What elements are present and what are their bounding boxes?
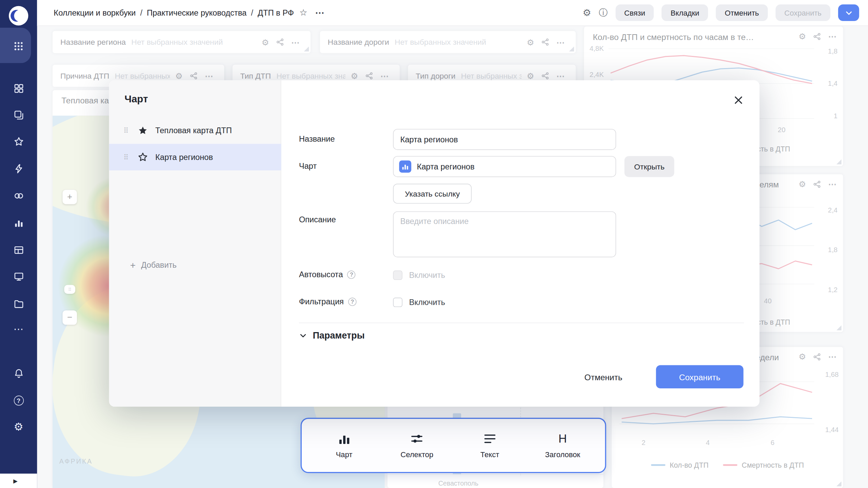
more-icon[interactable]: ⋯ bbox=[828, 180, 836, 188]
toolbar-item-label: Заголовок bbox=[545, 450, 580, 459]
map-layers-button[interactable]: ⠿ bbox=[64, 285, 75, 294]
breadcrumb-collections[interactable]: Коллекции и воркбуки bbox=[54, 8, 136, 17]
x-axis-tick: 20 bbox=[778, 126, 786, 134]
more-icon[interactable]: ⋯ bbox=[556, 72, 565, 80]
star-outline-icon bbox=[138, 152, 147, 162]
toolbar-item-selector[interactable]: Селектор bbox=[387, 432, 448, 459]
filter-value[interactable]: Нет выбранных значений bbox=[115, 72, 170, 80]
gear-icon[interactable]: ⚙ bbox=[527, 72, 534, 80]
help-icon[interactable]: ? bbox=[348, 298, 356, 306]
settings-gear-icon[interactable]: ⚙ bbox=[0, 422, 37, 432]
toolbar-item-heading[interactable]: H Заголовок bbox=[532, 432, 593, 459]
more-icon[interactable]: ⋯ bbox=[291, 38, 299, 46]
gear-icon[interactable]: ⚙ bbox=[527, 38, 534, 46]
x-axis-tick: 4 bbox=[706, 439, 710, 447]
label-text: Фильтрация bbox=[299, 297, 344, 306]
links-icon[interactable] bbox=[190, 72, 198, 80]
bell-icon[interactable] bbox=[0, 368, 37, 378]
gear-icon[interactable]: ⚙ bbox=[798, 352, 806, 361]
links-icon[interactable] bbox=[541, 72, 549, 80]
toolbar-item-chart[interactable]: Чарт bbox=[314, 432, 375, 459]
drag-handle-icon[interactable]: ⠿ bbox=[123, 154, 129, 161]
more-icon[interactable]: ⋯ bbox=[380, 72, 389, 80]
more-icon[interactable]: ⋯ bbox=[828, 32, 836, 40]
links-icon[interactable] bbox=[276, 38, 284, 46]
close-icon[interactable] bbox=[733, 95, 744, 106]
toolbar-item-text[interactable]: Текст bbox=[459, 432, 520, 459]
plus-icon: + bbox=[130, 260, 136, 270]
relations-button[interactable]: Связи bbox=[615, 4, 654, 21]
chart-select-field[interactable]: Карта регионов bbox=[393, 156, 616, 177]
breadcrumb-more-icon[interactable]: ⋯ bbox=[315, 8, 324, 18]
open-chart-button[interactable]: Открыть bbox=[625, 156, 674, 177]
files-folder-icon[interactable] bbox=[0, 299, 37, 309]
chevron-down-icon bbox=[845, 8, 853, 17]
datalens-logo[interactable] bbox=[8, 5, 28, 26]
filtering-checkbox[interactable] bbox=[393, 298, 402, 307]
dashboard-grid-icon[interactable] bbox=[0, 84, 37, 94]
parameters-section-toggle[interactable]: Параметры bbox=[299, 330, 365, 341]
name-input[interactable] bbox=[393, 129, 616, 150]
tabs-button[interactable]: Вкладки bbox=[662, 4, 708, 21]
connections-rings-icon[interactable] bbox=[0, 191, 37, 201]
drag-handle-icon[interactable]: ⠿ bbox=[123, 127, 129, 134]
question-icon[interactable]: ? bbox=[0, 395, 37, 405]
favorite-star-icon[interactable]: ☆ bbox=[299, 8, 307, 17]
set-link-button[interactable]: Указать ссылку bbox=[393, 184, 472, 204]
map-zoom-in-button[interactable]: + bbox=[62, 190, 77, 204]
question-glyph: ? bbox=[14, 395, 23, 405]
gear-icon[interactable]: ⚙ bbox=[175, 72, 183, 80]
gear-icon[interactable]: ⚙ bbox=[351, 72, 358, 80]
legend-item[interactable]: Смертность в ДТП bbox=[723, 461, 804, 469]
more-icon[interactable]: ⋯ bbox=[205, 72, 213, 80]
sliders-icon bbox=[410, 432, 423, 445]
dashboard-settings-gear-icon[interactable]: ⚙ bbox=[583, 8, 591, 18]
apps-grid-icon[interactable] bbox=[0, 41, 37, 52]
sidebar-collapse[interactable]: ▶ bbox=[0, 474, 37, 488]
more-icon[interactable]: ⋯ bbox=[828, 352, 836, 361]
dashboards-monitor-icon[interactable] bbox=[0, 272, 37, 282]
breadcrumb-guides[interactable]: Практические руководства bbox=[147, 8, 246, 17]
widget-tab-regions[interactable]: ⠿ Карта регионов bbox=[109, 144, 281, 170]
header-cancel-button[interactable]: Отменить bbox=[716, 4, 768, 21]
help-icon[interactable]: ? bbox=[347, 270, 355, 279]
y-axis-right-label: 1 bbox=[834, 112, 837, 120]
gear-icon[interactable]: ⚙ bbox=[262, 38, 269, 46]
filter-value[interactable]: Нет выбранных значений bbox=[461, 72, 521, 80]
links-icon[interactable] bbox=[366, 72, 373, 80]
legend-item[interactable]: Кол-во ДТП bbox=[651, 461, 709, 469]
favorites-star-icon[interactable] bbox=[0, 137, 37, 146]
links-icon[interactable] bbox=[541, 38, 549, 46]
more-icon[interactable]: ⋯ bbox=[556, 38, 565, 46]
gear-icon[interactable]: ⚙ bbox=[798, 32, 806, 40]
description-field-label: Описание bbox=[299, 215, 336, 224]
y-axis-left-label: 2,4K bbox=[590, 71, 604, 79]
map-zoom-out-button[interactable]: − bbox=[62, 310, 77, 325]
gear-icon[interactable]: ⚙ bbox=[798, 180, 806, 188]
links-icon[interactable] bbox=[813, 180, 821, 188]
y-axis-right-label: 2,4 bbox=[828, 206, 837, 214]
filter-value[interactable]: Нет выбранных значений bbox=[395, 38, 521, 46]
header-save-button: Сохранить bbox=[775, 4, 830, 21]
datasets-table-icon[interactable] bbox=[0, 245, 37, 255]
links-icon[interactable] bbox=[813, 33, 821, 40]
dialog-cancel-button[interactable]: Отменить bbox=[578, 365, 628, 389]
filter-value[interactable]: Нет выбранных значений bbox=[276, 72, 345, 80]
dialog-save-button[interactable]: Сохранить bbox=[656, 365, 744, 389]
breadcrumb-current[interactable]: ДТП в РФ bbox=[258, 8, 294, 17]
breadcrumb: Коллекции и воркбуки / Практические руко… bbox=[54, 8, 294, 17]
description-textarea[interactable] bbox=[393, 211, 616, 258]
lightning-icon[interactable] bbox=[0, 164, 37, 174]
workbooks-icon[interactable] bbox=[0, 110, 37, 120]
y-axis-right-label: 1,8 bbox=[828, 246, 837, 254]
heading-icon: H bbox=[558, 432, 567, 445]
save-dropdown-button[interactable] bbox=[838, 4, 859, 21]
charts-bar-icon[interactable] bbox=[0, 218, 37, 228]
filter-label: Причина ДТП bbox=[60, 72, 109, 80]
sidebar-more-icon[interactable]: ⋯ bbox=[0, 324, 37, 334]
info-icon[interactable]: ⓘ bbox=[599, 8, 608, 17]
add-widget-button[interactable]: + Добавить bbox=[109, 253, 281, 277]
filter-value[interactable]: Нет выбранных значений bbox=[131, 38, 256, 46]
links-icon[interactable] bbox=[813, 353, 821, 361]
widget-tab-heatmap[interactable]: ⠿ Тепловая карта ДТП bbox=[109, 117, 281, 144]
